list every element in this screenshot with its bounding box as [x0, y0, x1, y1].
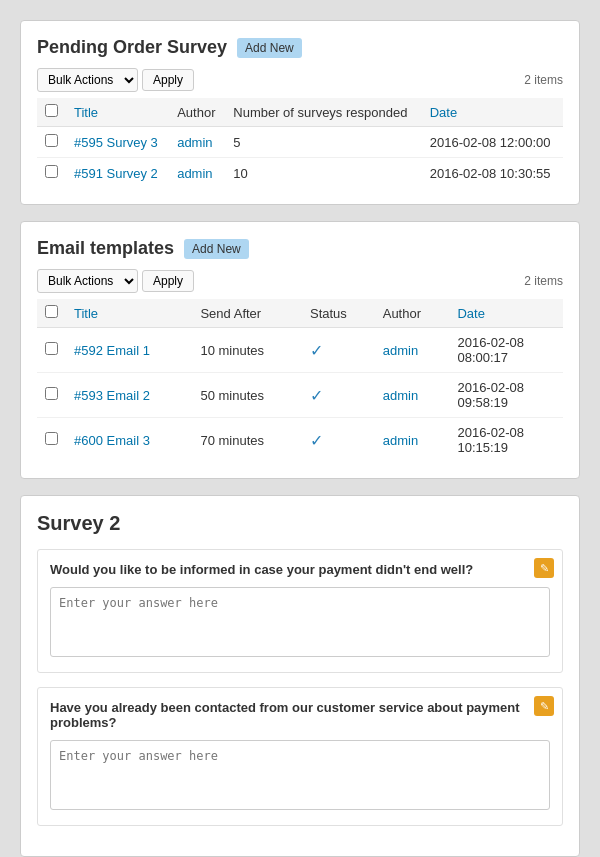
author-link[interactable]: admin	[383, 343, 418, 358]
et-select-all-th	[37, 299, 66, 328]
row-title: #600 Email 3	[66, 418, 192, 463]
email-templates-panel: Email templates Add New Bulk Actions App…	[20, 221, 580, 479]
row-title: #591 Survey 2	[66, 158, 169, 189]
select-all-checkbox[interactable]	[45, 104, 58, 117]
th-title: Title	[66, 98, 169, 127]
row-checkbox[interactable]	[45, 134, 58, 147]
row-date: 2016-02-08 09:58:19	[449, 373, 563, 418]
answer-textarea[interactable]	[50, 740, 550, 810]
pending-survey-panel: Pending Order Survey Add New Bulk Action…	[20, 20, 580, 205]
row-checkbox-cell	[37, 418, 66, 463]
et-th-date: Date	[449, 299, 563, 328]
author-link[interactable]: admin	[177, 166, 212, 181]
survey2-panel: Survey 2 ✎ Would you like to be informed…	[20, 495, 580, 857]
pending-survey-apply-button[interactable]: Apply	[142, 69, 194, 91]
row-checkbox-cell	[37, 373, 66, 418]
email-templates-apply-button[interactable]: Apply	[142, 270, 194, 292]
et-th-status: Status	[302, 299, 375, 328]
table-row: #593 Email 2 50 minutes ✓ admin 2016-02-…	[37, 373, 563, 418]
pending-survey-add-new-button[interactable]: Add New	[237, 38, 302, 58]
th-num-surveys: Number of surveys responded	[225, 98, 421, 127]
pending-survey-header-row: Title Author Number of surveys responded…	[37, 98, 563, 127]
status-check-icon: ✓	[310, 342, 323, 359]
table-row: #592 Email 1 10 minutes ✓ admin 2016-02-…	[37, 328, 563, 373]
row-status: ✓	[302, 373, 375, 418]
row-author: admin	[375, 418, 450, 463]
et-th-title: Title	[66, 299, 192, 328]
row-num-surveys: 10	[225, 158, 421, 189]
row-title: #593 Email 2	[66, 373, 192, 418]
row-send-after: 50 minutes	[192, 373, 302, 418]
row-title: #595 Survey 3	[66, 127, 169, 158]
email-templates-bulk-actions-select[interactable]: Bulk Actions	[37, 269, 138, 293]
row-num-surveys: 5	[225, 127, 421, 158]
author-link[interactable]: admin	[383, 388, 418, 403]
row-date: 2016-02-08 10:30:55	[422, 158, 563, 189]
row-author: admin	[169, 127, 225, 158]
question-text: Would you like to be informed in case yo…	[50, 562, 550, 577]
select-all-th	[37, 98, 66, 127]
row-status: ✓	[302, 418, 375, 463]
survey-title-link[interactable]: #595 Survey 3	[74, 135, 158, 150]
pending-survey-item-count: 2 items	[524, 73, 563, 87]
table-row: #591 Survey 2 admin 10 2016-02-08 10:30:…	[37, 158, 563, 189]
email-title-link[interactable]: #592 Email 1	[74, 343, 150, 358]
email-templates-table: Title Send After Status Author Date #592…	[37, 299, 563, 462]
author-link[interactable]: admin	[383, 433, 418, 448]
row-date: 2016-02-08 10:15:19	[449, 418, 563, 463]
row-checkbox[interactable]	[45, 165, 58, 178]
answer-textarea[interactable]	[50, 587, 550, 657]
row-title: #592 Email 1	[66, 328, 192, 373]
email-templates-body: #592 Email 1 10 minutes ✓ admin 2016-02-…	[37, 328, 563, 463]
row-date: 2016-02-08 08:00:17	[449, 328, 563, 373]
pending-survey-toolbar: Bulk Actions Apply 2 items	[37, 68, 563, 92]
author-link[interactable]: admin	[177, 135, 212, 150]
row-author: admin	[375, 373, 450, 418]
et-th-author: Author	[375, 299, 450, 328]
row-checkbox-cell	[37, 127, 66, 158]
pending-survey-bulk-actions-select[interactable]: Bulk Actions	[37, 68, 138, 92]
email-templates-title: Email templates	[37, 238, 174, 259]
th-author: Author	[169, 98, 225, 127]
question-block-1: ✎ Would you like to be informed in case …	[37, 549, 563, 673]
pending-survey-header: Pending Order Survey Add New	[37, 37, 563, 58]
table-row: #595 Survey 3 admin 5 2016-02-08 12:00:0…	[37, 127, 563, 158]
survey2-title: Survey 2	[37, 512, 563, 535]
table-row: #600 Email 3 70 minutes ✓ admin 2016-02-…	[37, 418, 563, 463]
row-status: ✓	[302, 328, 375, 373]
question-text: Have you already been contacted from our…	[50, 700, 550, 730]
pending-survey-body: #595 Survey 3 admin 5 2016-02-08 12:00:0…	[37, 127, 563, 189]
row-checkbox-cell	[37, 328, 66, 373]
email-templates-item-count: 2 items	[524, 274, 563, 288]
row-checkbox[interactable]	[45, 432, 58, 445]
email-title-link[interactable]: #593 Email 2	[74, 388, 150, 403]
edit-icon[interactable]: ✎	[534, 696, 554, 716]
row-checkbox-cell	[37, 158, 66, 189]
row-send-after: 10 minutes	[192, 328, 302, 373]
status-check-icon: ✓	[310, 432, 323, 449]
et-select-all-checkbox[interactable]	[45, 305, 58, 318]
edit-icon[interactable]: ✎	[534, 558, 554, 578]
pending-survey-title: Pending Order Survey	[37, 37, 227, 58]
row-author: admin	[169, 158, 225, 189]
email-templates-toolbar: Bulk Actions Apply 2 items	[37, 269, 563, 293]
pending-survey-table: Title Author Number of surveys responded…	[37, 98, 563, 188]
survey-title-link[interactable]: #591 Survey 2	[74, 166, 158, 181]
question-block-2: ✎ Have you already been contacted from o…	[37, 687, 563, 826]
status-check-icon: ✓	[310, 387, 323, 404]
row-checkbox[interactable]	[45, 387, 58, 400]
row-checkbox[interactable]	[45, 342, 58, 355]
row-send-after: 70 minutes	[192, 418, 302, 463]
email-templates-header: Email templates Add New	[37, 238, 563, 259]
et-th-send-after: Send After	[192, 299, 302, 328]
th-date: Date	[422, 98, 563, 127]
email-title-link[interactable]: #600 Email 3	[74, 433, 150, 448]
survey2-questions: ✎ Would you like to be informed in case …	[37, 549, 563, 826]
row-date: 2016-02-08 12:00:00	[422, 127, 563, 158]
email-templates-add-new-button[interactable]: Add New	[184, 239, 249, 259]
row-author: admin	[375, 328, 450, 373]
email-templates-header-row: Title Send After Status Author Date	[37, 299, 563, 328]
